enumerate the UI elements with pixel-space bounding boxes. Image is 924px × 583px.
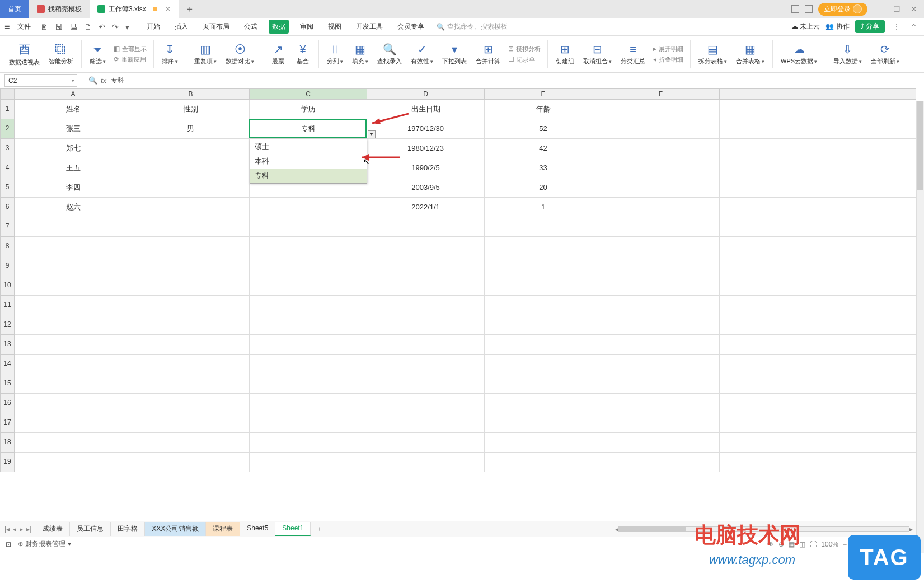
cell-A4[interactable]: 王五: [15, 158, 132, 178]
cell-B5[interactable]: [132, 178, 250, 198]
ribbon-填充[interactable]: ▦填充: [349, 41, 372, 67]
ribbon-下拉列表[interactable]: ▾下拉列表: [439, 41, 470, 67]
new-tab-button[interactable]: ＋: [179, 3, 201, 15]
ribbon-全部刷新[interactable]: ⟳全部刷新: [867, 41, 903, 67]
sheet-tab-田字格[interactable]: 田字格: [111, 522, 145, 536]
col-header-A[interactable]: A: [15, 88, 132, 100]
cell-A13[interactable]: [15, 335, 132, 355]
ribbon-有效性[interactable]: ✓有效性: [407, 41, 437, 67]
cell-F8[interactable]: [602, 237, 720, 256]
ribbon-拆分表格[interactable]: ▤拆分表格: [695, 41, 730, 67]
ribbon-基金[interactable]: ¥基金: [292, 42, 314, 67]
cell-B9[interactable]: [132, 256, 250, 276]
cell-E11[interactable]: [485, 296, 602, 315]
row-header-17[interactable]: 17: [0, 413, 15, 433]
ribbon-全部显示[interactable]: ◧全部显示: [111, 44, 149, 54]
cell-C6[interactable]: [250, 198, 367, 217]
ribbon-创建组[interactable]: ⊞创建组: [552, 41, 578, 67]
cell-A5[interactable]: 李四: [15, 178, 132, 198]
tab-home[interactable]: 首页: [0, 0, 29, 18]
col-header-D[interactable]: D: [367, 88, 485, 100]
row-header-14[interactable]: 14: [0, 355, 15, 374]
row-header-4[interactable]: 4: [0, 158, 15, 178]
dropdown-item-本科[interactable]: 本科: [250, 154, 367, 169]
cell-B18[interactable]: [132, 433, 250, 453]
cell-B15[interactable]: [132, 374, 250, 394]
cell-E16[interactable]: [485, 394, 602, 413]
cell-E12[interactable]: [485, 315, 602, 335]
qat-preview-icon[interactable]: 🗋: [82, 22, 93, 31]
cell-C14[interactable]: [250, 355, 367, 374]
row-header-10[interactable]: 10: [0, 276, 15, 296]
sheet-prev-icon[interactable]: ◂: [13, 525, 16, 533]
menu-tab-数据[interactable]: 数据: [269, 20, 289, 34]
row-header-3[interactable]: 3: [0, 139, 15, 158]
status-mode-icon[interactable]: ⊡: [6, 540, 11, 548]
cell-B13[interactable]: [132, 335, 250, 355]
cancel-fx-icon[interactable]: 🔍: [88, 76, 97, 85]
cell-D12[interactable]: [367, 315, 485, 335]
row-header-19[interactable]: 19: [0, 453, 15, 472]
col-header-F[interactable]: F: [602, 88, 720, 100]
sheet-next-icon[interactable]: ▸: [20, 525, 23, 533]
cell-D15[interactable]: [367, 374, 485, 394]
ribbon-查找录入[interactable]: 🔍查找录入: [374, 41, 405, 67]
cell-C15[interactable]: [250, 374, 367, 394]
cell-E7[interactable]: [485, 217, 602, 237]
cell-F2[interactable]: [602, 119, 720, 139]
cell-D8[interactable]: [367, 237, 485, 256]
name-box[interactable]: C2: [4, 74, 77, 87]
menu-tab-视图[interactable]: 视图: [325, 20, 345, 34]
cell-D18[interactable]: [367, 433, 485, 453]
cell-B10[interactable]: [132, 276, 250, 296]
cell-C9[interactable]: [250, 256, 367, 276]
sheet-tab-成绩表[interactable]: 成绩表: [36, 522, 70, 536]
menu-tab-审阅[interactable]: 审阅: [297, 20, 317, 34]
command-search[interactable]: 🔍 查找命令、搜索模板: [437, 22, 508, 31]
menu-tab-开发工具[interactable]: 开发工具: [353, 20, 386, 34]
col-header-C[interactable]: C: [250, 88, 367, 100]
dropdown-item-专科[interactable]: 专科: [250, 169, 367, 183]
cell-C2[interactable]: 专科: [250, 119, 367, 139]
cell-E17[interactable]: [485, 413, 602, 433]
cell-A2[interactable]: 张三: [15, 119, 132, 139]
zoom-value[interactable]: 100%: [821, 540, 838, 548]
cell-D3[interactable]: 1980/12/23: [367, 139, 485, 158]
cell-A15[interactable]: [15, 374, 132, 394]
cell-F15[interactable]: [602, 374, 720, 394]
minimize-button[interactable]: —: [873, 4, 885, 13]
cell-F4[interactable]: [602, 158, 720, 178]
select-all-corner[interactable]: [0, 88, 15, 100]
row-header-12[interactable]: 12: [0, 315, 15, 335]
cell-D1[interactable]: 出生日期: [367, 100, 485, 119]
ribbon-导入数据[interactable]: ⇩导入数据: [830, 41, 865, 67]
cell-F9[interactable]: [602, 256, 720, 276]
cell-B19[interactable]: [132, 453, 250, 472]
cell-B11[interactable]: [132, 296, 250, 315]
cell-D7[interactable]: [367, 217, 485, 237]
ribbon-展开明细[interactable]: ▸展开明细: [651, 44, 686, 54]
cell-E14[interactable]: [485, 355, 602, 374]
cell-A16[interactable]: [15, 394, 132, 413]
cell-F11[interactable]: [602, 296, 720, 315]
cell-E3[interactable]: 42: [485, 139, 602, 158]
cell-C1[interactable]: 学历: [250, 100, 367, 119]
sheet-first-icon[interactable]: |◂: [4, 525, 10, 533]
cell-B14[interactable]: [132, 355, 250, 374]
qat-undo-icon[interactable]: ↶: [97, 22, 107, 31]
coop-button[interactable]: 👥 协作: [825, 22, 849, 31]
cell-C7[interactable]: [250, 217, 367, 237]
cell-C19[interactable]: [250, 453, 367, 472]
cell-C12[interactable]: [250, 315, 367, 335]
cell-F18[interactable]: [602, 433, 720, 453]
cell-A10[interactable]: [15, 276, 132, 296]
close-icon[interactable]: ✕: [165, 5, 171, 13]
col-header-B[interactable]: B: [132, 88, 250, 100]
login-button[interactable]: 立即登录: [818, 3, 867, 16]
cell-F1[interactable]: [602, 100, 720, 119]
menu-tab-会员专享[interactable]: 会员专享: [394, 20, 428, 34]
cell-B17[interactable]: [132, 413, 250, 433]
hamburger-icon[interactable]: ≡: [4, 22, 10, 32]
row-header-7[interactable]: 7: [0, 217, 15, 237]
cell-B1[interactable]: 性别: [132, 100, 250, 119]
